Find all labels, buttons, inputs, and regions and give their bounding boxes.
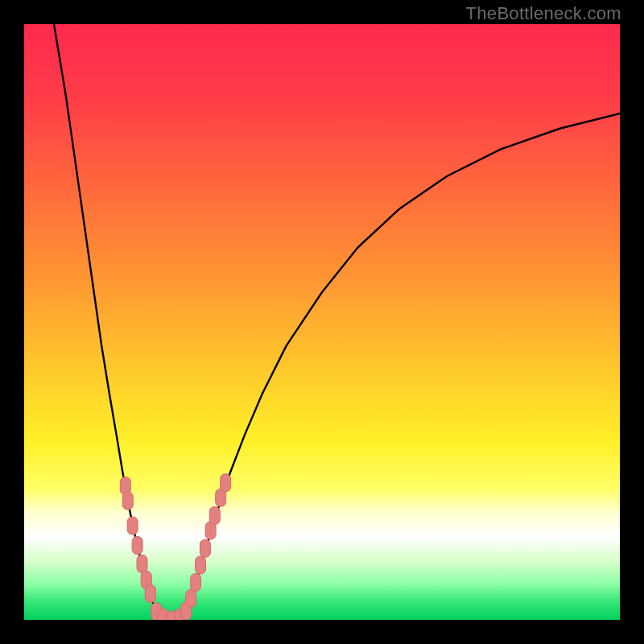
chart-frame: TheBottleneck.com <box>0 0 644 644</box>
marker-point <box>122 492 133 510</box>
marker-point <box>200 539 210 557</box>
marker-point <box>209 507 220 525</box>
curve-layer <box>24 24 620 620</box>
marker-group <box>120 474 230 620</box>
marker-point <box>221 474 231 492</box>
marker-point <box>145 584 155 602</box>
marker-point <box>132 537 142 555</box>
watermark-text: TheBottleneck.com <box>466 3 621 24</box>
marker-point <box>191 573 201 591</box>
marker-point <box>186 589 196 607</box>
marker-point <box>127 517 138 535</box>
plot-area <box>24 24 620 620</box>
bottleneck-curve <box>54 24 620 620</box>
marker-point <box>196 556 206 574</box>
marker-point <box>137 555 147 572</box>
